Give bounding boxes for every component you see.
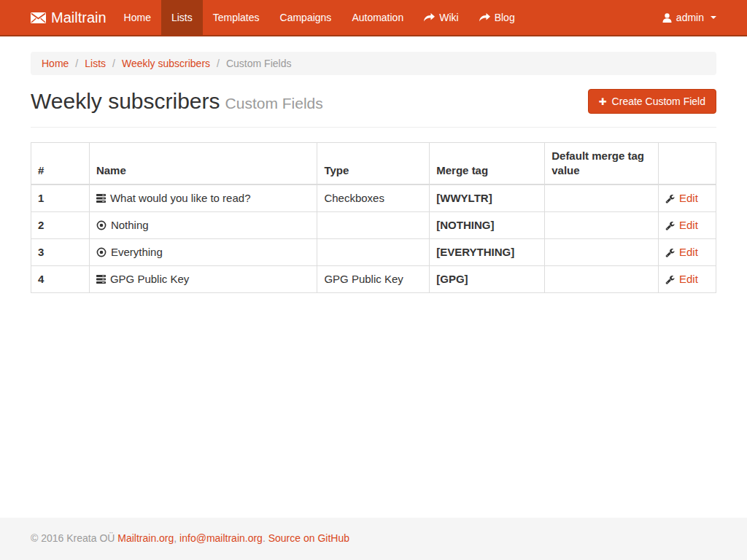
col-header-merge-tag: Merge tag [430,143,545,185]
brand-logo[interactable]: Mailtrain [31,0,107,35]
wrench-icon [665,248,675,257]
page-subtitle: Custom Fields [225,95,323,112]
merge-tag: [GPG] [430,266,545,293]
field-type: GPG Public Key [317,266,430,293]
col-header-name: Name [89,143,317,185]
dot-circle-icon [96,247,107,257]
plus-icon: ✚ [599,97,607,106]
table-header-row: # Name Type Merge tag Default merge tag … [31,143,716,185]
nav-item-lists[interactable]: Lists [161,0,203,35]
nav-item-templates[interactable]: Templates [203,0,270,35]
main-nav: Home Lists Templates Campaigns Automatio… [114,0,525,35]
create-custom-field-button[interactable]: ✚ Create Custom Field [588,89,716,114]
envelope-icon [31,12,46,23]
list-icon [96,194,106,203]
field-name: Everything [111,245,163,260]
edit-link[interactable]: Edit [665,272,709,287]
breadcrumb-current: Custom Fields [210,58,291,69]
nav-item-campaigns[interactable]: Campaigns [270,0,342,35]
dot-circle-icon [96,220,107,230]
user-icon [662,13,672,23]
merge-tag: [WWYLTR] [430,184,545,212]
merge-tag: [NOTHING] [430,212,545,239]
table-row: 1 What would you like to read? Checkboxe… [31,184,716,212]
wrench-icon [665,194,675,203]
nav-item-home[interactable]: Home [114,0,161,35]
row-number: 4 [31,266,90,293]
table-row: 2 Nothing [NOTHING] [31,212,716,239]
default-merge-tag-value [545,266,659,293]
default-merge-tag-value [545,239,659,266]
edit-link[interactable]: Edit [665,191,709,206]
merge-tag: [EVERYTHING] [430,239,545,266]
nav-item-automation[interactable]: Automation [341,0,414,35]
field-type [317,212,430,239]
caret-down-icon [711,16,716,19]
field-type: Checkboxes [317,184,430,212]
wrench-icon [665,275,675,284]
breadcrumb-lists[interactable]: Lists [69,58,106,69]
default-merge-tag-value [545,212,659,239]
row-number: 3 [31,239,90,266]
col-header-default-value: Default merge tag value [545,143,659,185]
footer-link-source-github[interactable]: Source on GitHub [268,532,349,544]
field-name: What would you like to read? [110,191,251,206]
footer-link-mailtrain-org[interactable]: Mailtrain.org [117,532,174,544]
top-navbar: Mailtrain Home Lists Templates Campaigns… [0,0,747,36]
edit-link[interactable]: Edit [665,245,709,260]
list-icon [96,275,106,284]
default-merge-tag-value [545,184,659,212]
header-divider [31,127,716,128]
nav-item-wiki[interactable]: Wiki [414,0,468,35]
footer: © 2016 Kreata OÜ Mailtrain.org, info@mai… [0,518,747,560]
nav-item-blog[interactable]: Blog [469,0,525,35]
row-number: 1 [31,184,90,212]
user-name: admin [676,12,704,23]
footer-text: © 2016 Kreata OÜ Mailtrain.org, info@mai… [31,532,716,544]
page-title: Weekly subscribersCustom Fields [31,89,323,114]
field-name: Nothing [111,218,149,233]
row-number: 2 [31,212,90,239]
breadcrumb: Home Lists Weekly subscribers Custom Fie… [31,52,716,75]
col-header-type: Type [317,143,430,185]
field-type [317,239,430,266]
field-name: GPG Public Key [110,272,189,287]
footer-link-email[interactable]: info@mailtrain.org [179,532,263,544]
breadcrumb-home[interactable]: Home [42,58,69,69]
user-menu[interactable]: admin [662,0,716,35]
col-header-number: # [31,143,90,185]
breadcrumb-weekly-subscribers[interactable]: Weekly subscribers [106,58,210,69]
table-row: 3 Everything [EVERYTHING] [31,239,716,266]
wrench-icon [665,221,675,230]
brand-name: Mailtrain [51,9,107,26]
page-header: Weekly subscribersCustom Fields ✚ Create… [31,89,716,114]
table-row: 4 GPG Public Key GPG Public Key [GPG] [31,266,716,293]
share-arrow-icon [479,13,490,22]
col-header-actions [659,143,716,185]
custom-fields-table: # Name Type Merge tag Default merge tag … [31,142,716,293]
edit-link[interactable]: Edit [665,218,709,233]
share-arrow-icon [424,13,435,22]
copyright: © 2016 Kreata OÜ [31,532,115,544]
